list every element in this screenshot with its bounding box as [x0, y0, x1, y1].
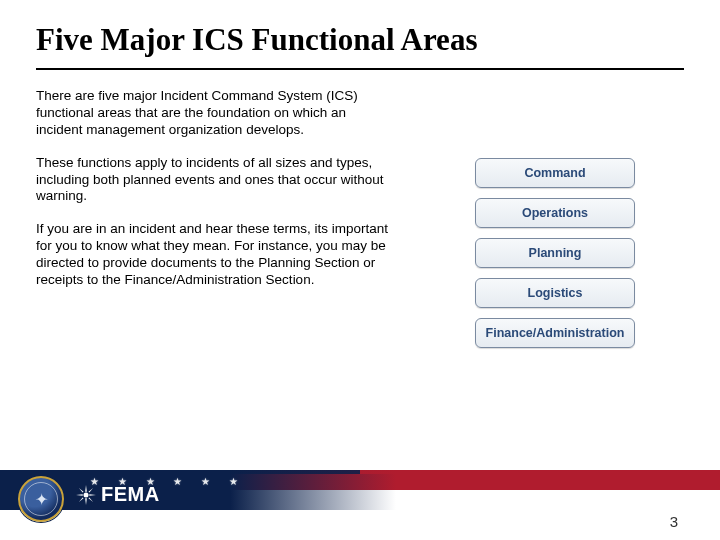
function-box-operations: Operations [475, 198, 635, 228]
paragraph-1: There are five major Incident Command Sy… [36, 88, 396, 139]
footer: ★ ★ ★ ★ ★ ★ ✦ FEMA 3 [0, 470, 720, 540]
body-text-column: There are five major Incident Command Sy… [36, 88, 396, 348]
fema-burst-icon [76, 485, 96, 505]
function-box-planning: Planning [475, 238, 635, 268]
fema-logo: FEMA [76, 483, 160, 506]
svg-point-0 [84, 492, 89, 497]
function-box-logistics: Logistics [475, 278, 635, 308]
slide-title: Five Major ICS Functional Areas [0, 0, 720, 68]
functional-areas-column: Command Operations Planning Logistics Fi… [426, 88, 684, 348]
paragraph-2: These functions apply to incidents of al… [36, 155, 396, 206]
slide: Five Major ICS Functional Areas There ar… [0, 0, 720, 540]
paragraph-3: If you are in an incident and hear these… [36, 221, 396, 289]
function-box-command: Command [475, 158, 635, 188]
function-box-finance: Finance/Administration [475, 318, 635, 348]
dhs-seal-icon: ✦ [18, 476, 64, 522]
slide-number: 3 [670, 513, 678, 530]
flag-top-stripe [0, 470, 720, 474]
fema-logo-text: FEMA [101, 483, 160, 506]
content-area: There are five major Incident Command Sy… [0, 70, 720, 348]
